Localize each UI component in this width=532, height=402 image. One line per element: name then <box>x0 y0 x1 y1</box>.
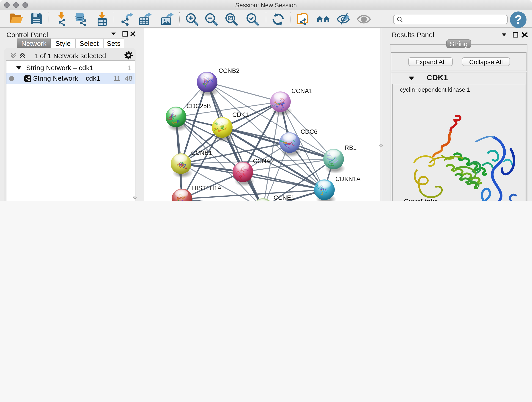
svg-text:CCNE1: CCNE1 <box>273 194 295 201</box>
svg-text:HIST1H1A: HIST1H1A <box>192 185 222 191</box>
svg-text:CCNB1: CCNB1 <box>191 149 212 156</box>
svg-text:CDK1: CDK1 <box>232 111 249 118</box>
svg-text:CDC25B: CDC25B <box>186 103 211 109</box>
svg-text:RB1: RB1 <box>345 144 357 151</box>
svg-text:CCNB2: CCNB2 <box>219 67 240 74</box>
svg-text:CDKN1A: CDKN1A <box>336 176 361 182</box>
svg-text:CCNA2: CCNA2 <box>253 158 274 165</box>
svg-text:CCNA1: CCNA1 <box>291 88 312 95</box>
svg-text:CDC6: CDC6 <box>301 128 317 135</box>
